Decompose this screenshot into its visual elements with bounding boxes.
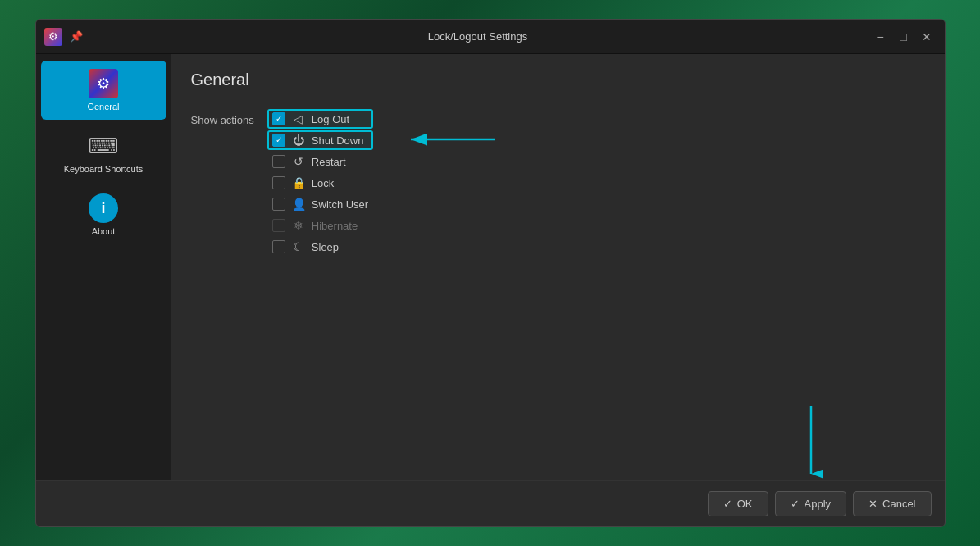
sidebar-item-keyboard-shortcuts[interactable]: ⌨ Keyboard Shortcuts: [41, 123, 166, 182]
titlebar-icons: ⚙ 📌: [44, 28, 85, 46]
app-icon: ⚙: [44, 28, 62, 46]
actions-list: ◁ Log Out ⏻ Shut Down ↺ Restart: [267, 109, 373, 257]
shut-down-icon: ⏻: [292, 134, 305, 147]
minimize-button[interactable]: −: [871, 27, 891, 47]
main-window: ⚙ 📌 Lock/Logout Settings − □ ✕ ⚙ General: [35, 19, 946, 527]
pin-icon[interactable]: 📌: [67, 28, 85, 46]
ok-button[interactable]: ✓ OK: [708, 491, 768, 516]
checkbox-switch-user[interactable]: [272, 198, 285, 211]
window-content: ⚙ General ⌨ Keyboard Shortcuts i About G: [36, 54, 945, 480]
sidebar-item-keyboard-label: Keyboard Shortcuts: [64, 164, 144, 174]
restart-icon: ↺: [292, 155, 305, 168]
apply-button[interactable]: ✓ Apply: [775, 491, 847, 516]
titlebar: ⚙ 📌 Lock/Logout Settings − □ ✕: [36, 20, 945, 54]
lock-label: Lock: [312, 177, 334, 189]
apply-label: Apply: [805, 498, 832, 510]
action-item-hibernate[interactable]: ❄ Hibernate: [267, 216, 373, 235]
titlebar-controls: − □ ✕: [871, 27, 937, 47]
cancel-label: Cancel: [882, 498, 915, 510]
checkbox-hibernate[interactable]: [272, 219, 285, 232]
switch-user-label: Switch User: [312, 198, 368, 211]
checkbox-log-out[interactable]: [272, 112, 285, 125]
log-out-icon: ◁: [292, 112, 305, 125]
cancel-icon: ✕: [868, 498, 877, 510]
page-title: General: [191, 71, 925, 89]
lock-icon: 🔒: [292, 176, 305, 189]
hibernate-label: Hibernate: [312, 220, 358, 232]
cancel-button[interactable]: ✕ Cancel: [853, 491, 931, 516]
keyboard-icon: ⌨: [89, 131, 118, 161]
log-out-label: Log Out: [312, 113, 349, 125]
action-item-sleep[interactable]: ☾ Sleep: [267, 237, 373, 257]
switch-user-icon: 👤: [292, 198, 305, 211]
checkbox-restart[interactable]: [272, 155, 285, 168]
checkbox-lock[interactable]: [272, 176, 285, 189]
sidebar-item-general-label: General: [87, 102, 119, 111]
main-content: General Show actions ◁ Log Out ⏻ Shut Do…: [171, 54, 945, 480]
about-icon: i: [89, 193, 118, 223]
shut-down-label: Shut Down: [312, 134, 364, 147]
checkbox-sleep[interactable]: [272, 240, 285, 253]
action-item-lock[interactable]: 🔒 Lock: [267, 173, 373, 193]
sleep-icon: ☾: [292, 240, 305, 253]
action-item-shut-down[interactable]: ⏻ Shut Down: [267, 130, 373, 150]
ok-label: OK: [737, 498, 753, 510]
restart-label: Restart: [312, 156, 346, 168]
ok-icon: ✓: [723, 498, 732, 510]
window-title: Lock/Logout Settings: [85, 30, 871, 43]
maximize-button[interactable]: □: [894, 27, 914, 47]
action-item-switch-user[interactable]: 👤 Switch User: [267, 194, 373, 214]
apply-icon: ✓: [791, 498, 800, 510]
sidebar: ⚙ General ⌨ Keyboard Shortcuts i About: [36, 54, 171, 480]
checkbox-shut-down[interactable]: [272, 134, 285, 147]
annotation-arrow-down: [799, 402, 823, 480]
sidebar-item-about[interactable]: i About: [41, 185, 166, 244]
general-icon: ⚙: [89, 69, 118, 98]
close-button[interactable]: ✕: [917, 27, 937, 47]
show-actions-label: Show actions: [191, 109, 254, 126]
show-actions-row: Show actions ◁ Log Out ⏻ Shut Down: [191, 109, 925, 257]
sidebar-item-about-label: About: [92, 226, 116, 236]
hibernate-icon: ❄: [292, 219, 305, 232]
sleep-label: Sleep: [312, 241, 339, 253]
sidebar-item-general[interactable]: ⚙ General: [41, 61, 166, 120]
footer: ✓ OK ✓ Apply ✕ Cancel: [36, 480, 945, 526]
action-item-log-out[interactable]: ◁ Log Out: [267, 109, 373, 129]
action-item-restart[interactable]: ↺ Restart: [267, 152, 373, 171]
annotation-arrow-right: [404, 127, 503, 152]
